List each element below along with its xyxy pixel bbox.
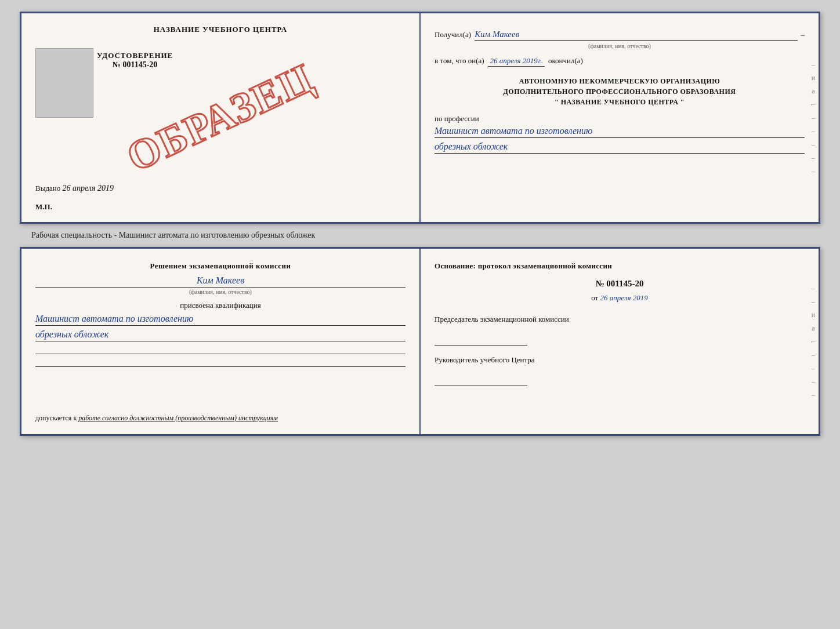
side-mark-dash4: – [808, 140, 819, 149]
vtom-prefix: в том, что он(а) [435, 56, 484, 66]
udost-label: УДОСТОВЕРЕНИЕ [97, 51, 173, 60]
protocol-num: № 001145-20 [435, 279, 805, 289]
poluchil-fio-label: (фамилия, имя, отчество) [435, 43, 805, 49]
top-doc-left: НАЗВАНИЕ УЧЕБНОГО ЦЕНТРА УДОСТОВЕРЕНИЕ №… [21, 13, 421, 222]
bottom-fio-label: (фамилия, имя, отчество) [35, 289, 405, 295]
bottom-profession-1: Машинист автомата по изготовлению [35, 314, 405, 326]
bsm-dash5: – [808, 377, 819, 386]
bottom-name: Ким Макеев [35, 275, 405, 288]
bsm-dash4: – [808, 364, 819, 373]
org-line1: АВТОНОМНУЮ НЕКОММЕРЧЕСКУЮ ОРГАНИЗАЦИЮ [435, 76, 805, 86]
blank-line-2 [35, 358, 405, 367]
obrazec-watermark: ОБРАЗЕЦ [120, 54, 321, 182]
org-line2: ДОПОЛНИТЕЛЬНОГО ПРОФЕССИОНАЛЬНОГО ОБРАЗО… [435, 86, 805, 97]
vtom-date: 26 апреля 2019г. [488, 56, 545, 67]
rukovoditel-block: Руководитель учебного Центра [435, 355, 805, 386]
ot-prefix: от [591, 293, 598, 302]
bottom-doc-right: Основание: протокол экзаменационной коми… [421, 249, 819, 434]
side-mark-dash2: – [808, 114, 819, 122]
vtom-line: в том, что он(а) 26 апреля 2019г. окончи… [435, 56, 805, 67]
bottom-doc-left: Решением экзаменационной комиссии Ким Ма… [21, 249, 421, 434]
ot-date: 26 апреля 2019 [600, 293, 648, 302]
udost-block: УДОСТОВЕРЕНИЕ № 001145-20 [97, 51, 173, 70]
vydano-line: Выдано 26 апреля 2019 [35, 184, 114, 193]
bsm-а: а [808, 324, 819, 333]
blank-line-1 [35, 345, 405, 354]
org-block: АВТОНОМНУЮ НЕКОММЕРЧЕСКУЮ ОРГАНИЗАЦИЮ ДО… [435, 76, 805, 107]
side-marks-right: – и а ← – – – – – [808, 13, 819, 222]
bsm-dash6: – [808, 391, 819, 399]
poluchil-name: Ким Макеев [475, 30, 797, 41]
osnovanie-header: Основание: протокол экзаменационной коми… [435, 260, 805, 272]
bsm-и: и [808, 311, 819, 319]
bsm-dash2: – [808, 297, 819, 306]
bsm-dash1: – [808, 284, 819, 293]
profession-name-1: Машинист автомата по изготовлению [435, 126, 805, 138]
side-mark-а: а [808, 87, 819, 96]
bsm-dash3: – [808, 351, 819, 359]
side-mark-и: и [808, 74, 819, 82]
top-doc-title: НАЗВАНИЕ УЧЕБНОГО ЦЕНТРА [35, 25, 405, 34]
side-mark-dash3: – [808, 127, 819, 136]
po-professii: по профессии [435, 114, 805, 123]
bottom-document: Решением экзаменационной комиссии Ким Ма… [20, 247, 820, 436]
side-mark-dash5: – [808, 154, 819, 162]
okonchil: окончил(а) [548, 56, 583, 66]
rukovoditel-label: Руководитель учебного Центра [435, 355, 805, 365]
side-mark-dash6: – [808, 167, 819, 176]
dopusk-val: работе согласно должностным (производств… [78, 414, 278, 422]
vydano-prefix: Выдано [35, 184, 60, 192]
caption-text: Рабочая специальность - Машинист автомат… [31, 231, 315, 240]
ot-line: от 26 апреля 2019 [435, 293, 805, 303]
dopusk-prefix: допускается к [35, 414, 77, 422]
org-line3: " НАЗВАНИЕ УЧЕБНОГО ЦЕНТРА " [435, 97, 805, 107]
rukovoditel-sign-line [435, 377, 527, 386]
bottom-side-marks: – – и а ← – – – – [808, 249, 819, 434]
side-mark-arrow: ← [808, 100, 819, 109]
bsm-arrow: ← [808, 337, 819, 346]
predsedatel-label: Председатель экзаменационной комиссии [435, 314, 805, 325]
top-doc-right: Получил(а) Ким Макеев – (фамилия, имя, о… [421, 13, 819, 222]
predsedatel-block: Председатель экзаменационной комиссии [435, 314, 805, 346]
poluchil-line: Получил(а) Ким Макеев – [435, 30, 805, 41]
photo-placeholder [35, 48, 93, 118]
side-mark-dash1: – [808, 60, 819, 69]
prisvoena-text: присвоена квалификация [35, 301, 405, 310]
vydano-date: 26 апреля 2019 [63, 184, 114, 192]
predsedatel-sign-line [435, 336, 527, 346]
mp-label: М.П. [35, 202, 52, 212]
udost-num: № 001145-20 [97, 60, 173, 70]
resheniem-header: Решением экзаменационной комиссии [35, 260, 405, 272]
bottom-profession-2: обрезных обложек [35, 329, 405, 341]
profession-name-2: обрезных обложек [435, 141, 805, 154]
dopuskaetsya: допускается к работе согласно должностны… [35, 414, 405, 423]
top-document: НАЗВАНИЕ УЧЕБНОГО ЦЕНТРА УДОСТОВЕРЕНИЕ №… [20, 12, 820, 224]
poluchil-prefix: Получил(а) [435, 30, 471, 39]
